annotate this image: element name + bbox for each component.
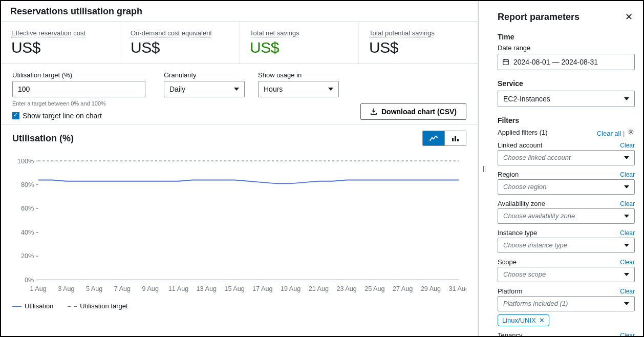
date-range-label: Date range [498, 44, 635, 52]
filter-placeholder: Choose linked account [503, 154, 571, 161]
chevron-down-icon [624, 156, 629, 159]
filter-placeholder: Platforms included (1) [503, 300, 568, 307]
filter-label: Linked account [498, 141, 542, 149]
date-range-value: 2024-08-01 — 2024-08-31 [513, 58, 598, 66]
filter-select[interactable]: Platforms included (1) [498, 296, 635, 311]
line-chart-icon [430, 135, 438, 141]
granularity-label: Granularity [164, 71, 245, 79]
legend-target: Utilisation target [68, 302, 127, 310]
show-usage-select[interactable]: Hours [258, 81, 339, 97]
filter-placeholder: Choose region [503, 183, 547, 191]
filter-clear-link[interactable]: Clear [620, 229, 635, 237]
svg-text:80%: 80% [21, 181, 34, 188]
side-title: Report parameters [498, 12, 579, 23]
filter-block-platform: PlatformClearPlatforms included (1)Linux… [498, 287, 635, 326]
chart-header: Utilisation (%) [1, 124, 478, 149]
chevron-down-icon [328, 88, 333, 91]
filter-clear-link[interactable]: Clear [620, 200, 635, 207]
close-icon: ✕ [625, 12, 633, 22]
svg-text:27 Aug: 27 Aug [393, 285, 413, 292]
svg-text:25 Aug: 25 Aug [364, 285, 384, 292]
svg-rect-5 [452, 138, 454, 141]
kpi-effective-cost: Effective reservation cost US$ [1, 22, 120, 64]
granularity-select[interactable]: Daily [164, 81, 245, 97]
filter-clear-link[interactable]: Clear [620, 332, 635, 336]
filter-label: Availability zone [498, 200, 545, 207]
svg-text:21 Aug: 21 Aug [309, 285, 329, 292]
kpi-on-demand: On-demand cost equivalent US$ [120, 22, 240, 64]
filter-label: Tenancy [498, 331, 522, 336]
svg-text:23 Aug: 23 Aug [336, 285, 356, 292]
svg-text:100%: 100% [17, 158, 34, 165]
svg-rect-7 [457, 139, 459, 141]
download-label: Download chart (CSV) [381, 108, 457, 116]
show-target-checkbox[interactable]: Show target line on chart [12, 112, 151, 120]
svg-point-3 [435, 136, 437, 137]
filter-clear-link[interactable]: Clear [620, 259, 635, 266]
filter-select[interactable]: Choose instance type [498, 238, 635, 253]
filter-block-region: RegionClearChoose region [498, 171, 635, 195]
filter-clear-link[interactable]: Clear [620, 142, 635, 149]
chevron-down-icon [234, 88, 239, 91]
gear-icon [627, 128, 635, 136]
legend-label: Utilisation target [80, 302, 127, 310]
svg-text:17 Aug: 17 Aug [252, 285, 272, 292]
filter-select[interactable]: Choose linked account [498, 150, 635, 165]
checkbox-icon [12, 112, 19, 119]
service-section-label: Service [498, 79, 635, 88]
util-target-field: Utilisation target (%) Enter a target be… [12, 71, 151, 120]
show-usage-value: Hours [264, 85, 283, 93]
svg-text:15 Aug: 15 Aug [224, 285, 244, 292]
svg-point-1 [432, 137, 433, 139]
show-target-label: Show target line on chart [23, 112, 102, 120]
granularity-value: Daily [169, 85, 185, 93]
page-title: Reservations utilisation graph [1, 1, 478, 22]
panel-resize-handle[interactable]: || [479, 1, 489, 336]
date-range-input[interactable]: 2024-08-01 — 2024-08-31 [498, 54, 635, 70]
chevron-down-icon [624, 215, 629, 218]
filter-block-tenancy: TenancyClear [498, 331, 635, 336]
filter-placeholder: Choose scope [503, 270, 546, 278]
kpi-value: US$ [369, 39, 467, 56]
filter-clear-link[interactable]: Clear [620, 288, 635, 295]
filter-chip[interactable]: Linux/UNIX✕ [498, 314, 549, 326]
chevron-down-icon [624, 302, 629, 305]
kpi-potential-savings: Total potential savings US$ [359, 22, 478, 64]
report-parameters-panel: Report parameters ✕ Time Date range 2024… [489, 1, 643, 336]
svg-text:40%: 40% [21, 229, 34, 236]
filter-label: Platform [498, 287, 522, 295]
chevron-down-icon [624, 97, 629, 100]
bar-chart-toggle[interactable] [444, 131, 466, 145]
filter-settings-button[interactable] [627, 128, 635, 136]
close-panel-button[interactable]: ✕ [623, 10, 635, 24]
service-select[interactable]: EC2-Instances [498, 91, 635, 107]
download-csv-button[interactable]: Download chart (CSV) [360, 103, 466, 120]
chart-title: Utilisation (%) [12, 133, 74, 144]
util-target-label: Utilisation target (%) [12, 71, 151, 79]
line-chart-toggle[interactable] [423, 131, 444, 145]
svg-point-42 [630, 131, 632, 133]
clear-all-link[interactable]: Clear all [597, 130, 621, 137]
kpi-row: Effective reservation cost US$ On-demand… [1, 22, 478, 64]
svg-text:29 Aug: 29 Aug [421, 285, 441, 292]
filter-label: Region [498, 171, 519, 178]
filter-select[interactable]: Choose scope [498, 267, 635, 282]
filter-select[interactable]: Choose region [498, 179, 635, 195]
util-target-input[interactable] [12, 81, 145, 97]
kpi-label: Total net savings [250, 29, 299, 37]
kpi-value: US$ [131, 39, 229, 56]
filter-block-linked-account: Linked accountClearChoose linked account [498, 141, 635, 165]
applied-filters-count: Applied filters (1) [498, 129, 548, 136]
chevron-down-icon [624, 185, 629, 188]
filter-select[interactable]: Choose availability zone [498, 208, 635, 224]
download-icon [370, 108, 377, 115]
svg-text:13 Aug: 13 Aug [197, 285, 217, 292]
filter-block-instance-type: Instance typeClearChoose instance type [498, 229, 635, 253]
util-target-helper: Enter a target between 0% and 100% [12, 100, 151, 107]
show-usage-field: Show usage in Hours [258, 71, 339, 97]
svg-text:3 Aug: 3 Aug [58, 285, 74, 292]
filter-clear-link[interactable]: Clear [620, 171, 635, 178]
show-usage-label: Show usage in [258, 71, 339, 79]
filter-block-availability-zone: Availability zoneClearChoose availabilit… [498, 200, 635, 224]
svg-text:11 Aug: 11 Aug [168, 285, 188, 292]
